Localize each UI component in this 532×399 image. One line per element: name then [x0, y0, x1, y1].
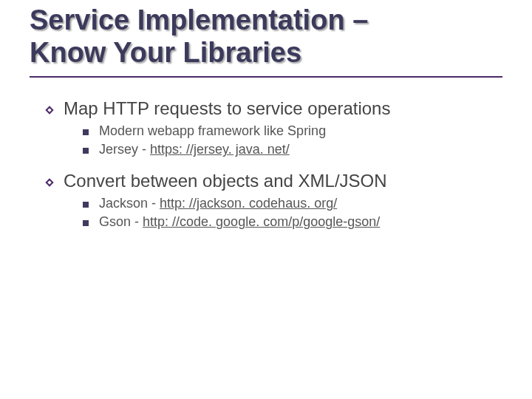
list-item-text: Modern webapp framework like Spring — [99, 123, 326, 139]
list-item-prefix: Gson - — [99, 214, 143, 229]
jersey-link[interactable]: https: //jersey. java. net/ — [150, 142, 290, 157]
title-line-2: Know Your Libraries — [30, 37, 301, 68]
bullet-level1: Map HTTP requests to service operations — [44, 98, 502, 119]
square-bullet-icon — [83, 202, 89, 208]
bullet-level2: Gson - http: //code. google. com/p/googl… — [83, 214, 502, 230]
bullet-level2: Jackson - http: //jackson. codehaus. org… — [83, 196, 502, 211]
list-item-text: Gson - http: //code. google. com/p/googl… — [99, 214, 380, 230]
bullet-level2: Modern webapp framework like Spring — [83, 123, 502, 139]
list-item-text: Jersey - https: //jersey. java. net/ — [99, 142, 290, 157]
section-heading: Convert between objects and XML/JSON — [64, 171, 387, 191]
title-line-1: Service Implementation – — [30, 4, 368, 35]
jackson-link[interactable]: http: //jackson. codehaus. org/ — [160, 196, 337, 211]
diamond-bullet-icon — [44, 177, 55, 188]
square-bullet-icon — [83, 148, 89, 154]
bullet-level1: Convert between objects and XML/JSON — [44, 171, 502, 191]
section-heading: Map HTTP requests to service operations — [64, 98, 390, 119]
gson-link[interactable]: http: //code. google. com/p/google-gson/ — [143, 214, 380, 229]
sub-list: Modern webapp framework like Spring Jers… — [83, 123, 502, 157]
slide-body: Map HTTP requests to service operations … — [30, 98, 502, 230]
sub-list: Jackson - http: //jackson. codehaus. org… — [83, 196, 502, 230]
bullet-level2: Jersey - https: //jersey. java. net/ — [83, 142, 502, 157]
list-item-prefix: Jackson - — [99, 196, 160, 211]
square-bullet-icon — [83, 220, 89, 226]
square-bullet-icon — [83, 129, 89, 135]
diamond-bullet-icon — [44, 105, 55, 115]
list-item-text: Jackson - http: //jackson. codehaus. org… — [99, 196, 337, 211]
slide: Service Implementation – Know Your Libra… — [0, 0, 532, 399]
list-item-prefix: Jersey - — [99, 142, 150, 157]
slide-title: Service Implementation – Know Your Libra… — [30, 0, 502, 78]
